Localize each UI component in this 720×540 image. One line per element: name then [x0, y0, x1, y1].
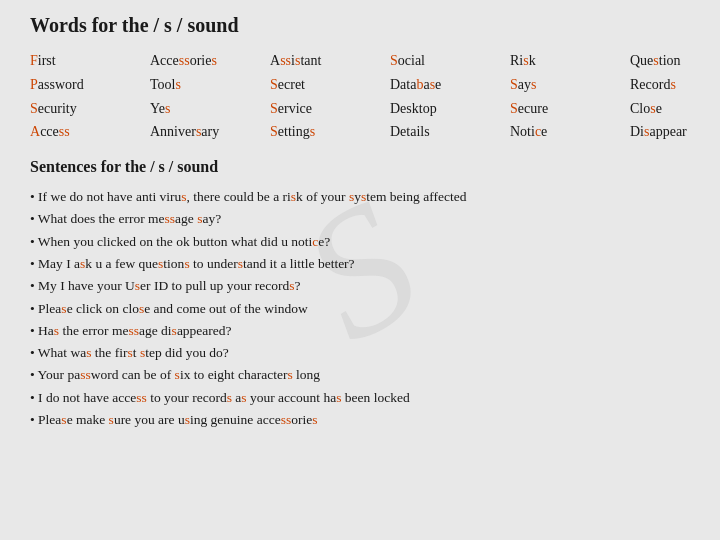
word-close: Close — [630, 97, 720, 121]
word-column-1: First Password Security Access — [30, 49, 130, 144]
word-access: Access — [30, 120, 130, 144]
word-disappear: Disappear — [630, 120, 720, 144]
word-first: First — [30, 49, 130, 73]
word-says: Says — [510, 73, 610, 97]
word-grid: First Password Security Access Accessori… — [30, 49, 690, 144]
word-settings: Settings — [270, 120, 370, 144]
sentence-4: May I ask u a few questions to understan… — [30, 253, 690, 275]
sentences-list: If we do not have anti virus, there coul… — [30, 186, 690, 431]
word-service: Service — [270, 97, 370, 121]
sentence-10: I do not have access to your records as … — [30, 387, 690, 409]
word-details: Details — [390, 120, 490, 144]
page-content: Words for the / s / sound First Password… — [0, 0, 720, 441]
word-anniversary: Anniversary — [150, 120, 250, 144]
word-question: Question — [630, 49, 720, 73]
word-risk: Risk — [510, 49, 610, 73]
sentence-5: My I have your User ID to pull up your r… — [30, 275, 690, 297]
word-column-4: Social Database Desktop Details — [390, 49, 490, 144]
word-assistant: Assistant — [270, 49, 370, 73]
word-records: Records — [630, 73, 720, 97]
word-notice: Notice — [510, 120, 610, 144]
sentence-1: If we do not have anti virus, there coul… — [30, 186, 690, 208]
word-column-3: Assistant Secret Service Settings — [270, 49, 370, 144]
sentence-11: Please make sure you are using genuine a… — [30, 409, 690, 431]
sentence-3: When you clicked on the ok button what d… — [30, 231, 690, 253]
word-column-5: Risk Says Secure Notice — [510, 49, 610, 144]
word-column-2: Accessories Tools Yes Anniversary — [150, 49, 250, 144]
sentence-8: What was the first step did you do? — [30, 342, 690, 364]
word-accessories: Accessories — [150, 49, 250, 73]
word-database: Database — [390, 73, 490, 97]
word-tools: Tools — [150, 73, 250, 97]
page-title: Words for the / s / sound — [30, 14, 690, 37]
sentence-7: Has the error message disappeared? — [30, 320, 690, 342]
word-column-6: Question Records Close Disappear — [630, 49, 720, 144]
word-security: Security — [30, 97, 130, 121]
section-title: Sentences for the / s / sound — [30, 158, 690, 176]
sentence-9: Your password can be of six to eight cha… — [30, 364, 690, 386]
word-yes: Yes — [150, 97, 250, 121]
word-secret: Secret — [270, 73, 370, 97]
word-social: Social — [390, 49, 490, 73]
sentence-2: What does the error message say? — [30, 208, 690, 230]
sentence-6: Please click on close and come out of th… — [30, 298, 690, 320]
word-desktop: Desktop — [390, 97, 490, 121]
word-password: Password — [30, 73, 130, 97]
word-secure: Secure — [510, 97, 610, 121]
